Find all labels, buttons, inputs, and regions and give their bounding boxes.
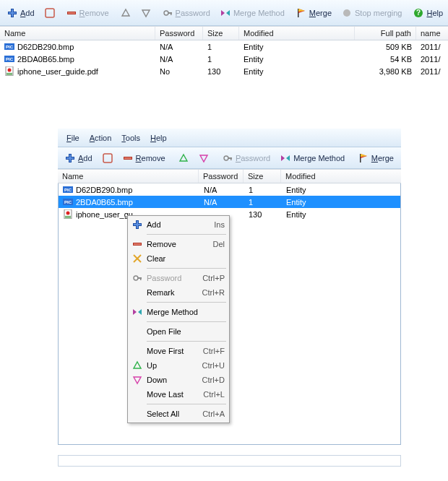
- help-label: elp: [432, 9, 443, 17]
- file-icon: [4, 54, 14, 64]
- ctx-move-first[interactable]: Move First Ctrl+F: [129, 344, 228, 358]
- key-icon: [163, 8, 173, 18]
- table-row[interactable]: D62DB290.bmpN/A1Entity: [59, 183, 400, 196]
- file-icon: [4, 66, 14, 76]
- password-label: assword: [181, 9, 210, 17]
- col-fullpath[interactable]: Full path: [355, 27, 416, 40]
- up-button-2[interactable]: [174, 152, 193, 165]
- col-name2[interactable]: name: [416, 27, 448, 40]
- merge-button[interactable]: Merge: [292, 6, 336, 20]
- stop-label: Stop merging: [355, 9, 402, 17]
- ctx-select-all[interactable]: Select All Ctrl+A: [129, 407, 228, 421]
- menu-help[interactable]: Help: [146, 132, 171, 144]
- triangle-up-icon: [178, 153, 189, 163]
- menubar: File Action Tools Help: [58, 129, 401, 147]
- col2-size[interactable]: Size: [244, 170, 281, 183]
- col-size[interactable]: Size: [203, 27, 239, 40]
- triangle-down-icon: [132, 375, 142, 385]
- merge-method-button[interactable]: Merge Method: [216, 6, 289, 20]
- password-button[interactable]: Password: [158, 6, 215, 20]
- down-button-2[interactable]: [194, 152, 213, 165]
- col2-modified[interactable]: Modified: [281, 170, 389, 183]
- minus-icon: [132, 239, 142, 249]
- ctx-remark[interactable]: Remark Ctrl+R: [129, 285, 228, 300]
- menu-file[interactable]: File: [62, 132, 84, 144]
- ctx-add[interactable]: Add Ins: [129, 217, 228, 232]
- ctx-move-last[interactable]: Move Last Ctrl+L: [129, 387, 228, 402]
- flag-icon: [296, 8, 306, 18]
- context-menu: Add Ins Remove Del Clear Password Ctrl+P…: [127, 215, 230, 423]
- ctx-merge-method[interactable]: Merge Method: [129, 305, 228, 319]
- ctx-clear[interactable]: Clear: [129, 251, 228, 266]
- add-button[interactable]: Add: [3, 6, 39, 20]
- plus-icon: [132, 220, 142, 230]
- menu-tools[interactable]: Tools: [117, 132, 145, 144]
- file-icon: [63, 185, 73, 194]
- table-row[interactable]: 2BDA0B65.bmpN/A1Entity54 KB2011/: [0, 53, 448, 65]
- merge-button-2[interactable]: Merge: [354, 152, 398, 165]
- merge-method-button-2[interactable]: Merge Method: [276, 152, 349, 165]
- triangle-up-icon: [121, 8, 131, 18]
- minus-icon: [66, 8, 77, 18]
- flag-icon: [358, 153, 369, 163]
- col2-password[interactable]: Password: [199, 170, 244, 183]
- key-icon: [132, 273, 142, 283]
- ctx-remove[interactable]: Remove Del: [129, 237, 228, 251]
- add-button-2[interactable]: Add: [61, 152, 97, 165]
- merge-label: erge: [316, 9, 332, 17]
- status-bar: [58, 455, 401, 467]
- col2-name[interactable]: Name: [58, 170, 199, 183]
- remove-button[interactable]: Remove: [62, 6, 113, 20]
- key-icon: [223, 153, 233, 163]
- main-window: Add Remove Password Merge Method Merge: [0, 0, 448, 77]
- password-button-2[interactable]: Password: [218, 152, 275, 165]
- minus-icon: [123, 153, 133, 163]
- stop-merging-button[interactable]: Stop merging: [337, 6, 406, 20]
- bowtie-icon: [132, 307, 142, 317]
- ctx-up[interactable]: Up Ctrl+U: [129, 358, 228, 373]
- top-table-rows: D62DB290.bmpN/A1Entity509 KB2011/2BDA0B6…: [0, 40, 448, 77]
- merge-method-label: Merge Method: [233, 9, 285, 17]
- up-button[interactable]: [116, 6, 135, 20]
- top-toolbar: Add Remove Password Merge Method Merge: [0, 0, 448, 26]
- col-modified[interactable]: Modified: [239, 27, 355, 40]
- dot-icon: [342, 8, 352, 18]
- file-icon: [63, 197, 73, 207]
- table-row[interactable]: iphone_user_guide.pdfNo130Entity3,980 KB…: [0, 65, 448, 77]
- bowtie-icon: [280, 153, 290, 163]
- ctx-open-file[interactable]: Open File: [129, 324, 228, 339]
- add-label: dd: [25, 9, 34, 17]
- file-icon: [4, 42, 14, 51]
- help-button[interactable]: Help: [409, 6, 447, 20]
- plus-icon: [7, 8, 17, 18]
- top-table-header: Name Password Size Modified Full path na…: [0, 26, 448, 40]
- down-button[interactable]: [137, 6, 155, 20]
- stop-rect-icon: [45, 8, 55, 18]
- triangle-down-icon: [199, 153, 209, 163]
- table2-header: Name Password Size Modified: [58, 169, 401, 183]
- clear-icon: [132, 254, 142, 264]
- remove-button-2[interactable]: Remove: [119, 152, 170, 165]
- table-row[interactable]: D62DB290.bmpN/A1Entity509 KB2011/: [0, 40, 448, 53]
- ctx-password[interactable]: Password Ctrl+P: [129, 271, 228, 285]
- triangle-down-icon: [141, 8, 151, 18]
- remove-label: emove: [85, 9, 109, 17]
- table-row[interactable]: 2BDA0B65.bmpN/A1Entity: [59, 196, 400, 208]
- file-icon: [63, 209, 73, 219]
- col-name[interactable]: Name: [0, 27, 155, 40]
- help-icon: [413, 8, 423, 18]
- col-password[interactable]: Password: [155, 27, 203, 40]
- toolbar2: Add Remove Password Merge Method Merge: [58, 147, 401, 169]
- menu-action[interactable]: Action: [85, 132, 116, 144]
- stop-rect-icon: [103, 153, 113, 163]
- triangle-up-icon: [132, 360, 142, 370]
- plus-icon: [65, 153, 75, 163]
- stoprect-button[interactable]: [40, 6, 59, 20]
- stoprect-button-2[interactable]: [98, 152, 117, 165]
- bowtie-icon: [220, 8, 231, 18]
- ctx-down[interactable]: Down Ctrl+D: [129, 373, 228, 387]
